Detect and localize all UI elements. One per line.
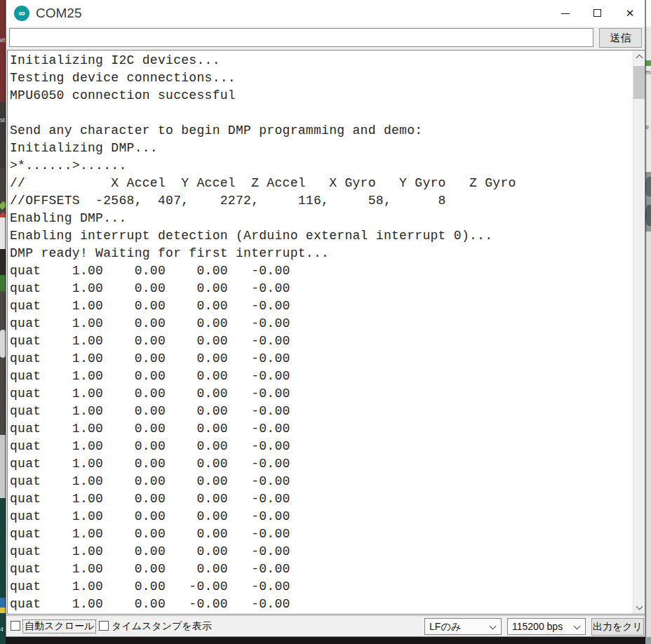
console-line: quat 1.00 0.00 0.00 -0.00 — [10, 350, 516, 368]
autoscroll-label: 自動スクロール — [23, 620, 95, 633]
close-icon: ✕ — [626, 7, 635, 19]
taskbar-strip — [6, 637, 645, 644]
background-segment — [0, 330, 6, 358]
console-line: Enabling DMP... — [10, 210, 516, 227]
vertical-scrollbar[interactable] — [633, 51, 645, 614]
window-title: COM25 — [36, 6, 81, 21]
console-line: //OFFSETS -2568, 407, 2272, 116, 58, 8 — [10, 192, 516, 210]
console-line: quat 1.00 0.00 0.00 -0.00 — [10, 315, 516, 333]
scrollbar-thumb[interactable] — [633, 66, 645, 99]
console-output: Initializing I2C devices...Testing devic… — [10, 52, 516, 613]
close-button[interactable]: ✕ — [614, 0, 646, 27]
console-line: quat 1.00 0.00 0.00 -0.00 — [10, 280, 516, 297]
console-line: Send any character to begin DMP programm… — [10, 122, 516, 140]
console-line: quat 1.00 0.00 0.00 -0.00 — [10, 508, 516, 525]
background-segment — [0, 291, 6, 435]
statusbar: 自動スクロール タイムスタンプを表示 LFのみ 115200 bps 出力をクリ… — [6, 615, 645, 636]
console-line: quat 1.00 0.00 0.00 -0.00 — [10, 262, 516, 280]
serial-console[interactable]: Initializing I2C devices...Testing devic… — [7, 50, 645, 615]
scroll-up-button[interactable] — [633, 51, 645, 62]
console-line: quat 1.00 0.00 0.00 -0.00 — [10, 561, 516, 578]
autoscroll-checkbox[interactable] — [11, 621, 20, 631]
background-segment — [645, 205, 651, 226]
send-button[interactable]: 送信 — [599, 28, 642, 48]
console-line: quat 1.00 0.00 0.00 -0.00 — [10, 438, 516, 455]
background-text-fragment: m — [645, 69, 651, 76]
background-segment — [0, 498, 6, 644]
timestamp-checkbox[interactable] — [99, 621, 109, 631]
chevron-down-icon — [636, 603, 643, 610]
background-text-fragment: 4 — [0, 626, 4, 633]
console-line: quat 1.00 0.00 0.00 -0.00 — [10, 333, 516, 350]
background-text-fragment: et — [0, 36, 6, 43]
scroll-down-button[interactable] — [633, 602, 645, 614]
background-window-left-sliver: et st a 4 — [0, 0, 6, 644]
clear-output-button[interactable]: 出力をクリア — [591, 618, 644, 636]
serial-monitor-window: ∞ COM25 ✕ 送信 Initializing I2C devices...… — [6, 0, 645, 637]
console-line: quat 1.00 0.00 -0.00 -0.00 — [10, 578, 516, 596]
background-segment — [0, 435, 6, 498]
console-line: quat 1.00 0.00 0.00 -0.00 — [10, 473, 516, 490]
maximize-icon — [593, 9, 601, 17]
console-line: quat 1.00 0.00 0.00 -0.00 — [10, 368, 516, 385]
background-icon — [645, 60, 651, 66]
serial-send-input[interactable] — [9, 28, 593, 47]
minimize-icon — [561, 13, 570, 14]
line-ending-value: LFのみ — [429, 621, 461, 632]
console-line: DMP ready! Waiting for first interrupt..… — [10, 245, 516, 262]
background-segment — [645, 0, 651, 27]
console-line: quat 1.00 0.00 -0.00 -0.00 — [10, 596, 516, 613]
console-line: quat 1.00 0.00 0.00 -0.00 — [10, 543, 516, 561]
chevron-down-icon — [490, 623, 497, 630]
background-icon — [0, 598, 6, 608]
console-line: // X Accel Y Accel Z Accel X Gyro Y Gyro… — [10, 175, 516, 192]
baud-rate-value: 115200 bps — [512, 621, 563, 632]
background-segment — [0, 102, 6, 168]
background-text-fragment: e — [645, 123, 649, 130]
background-segment — [645, 637, 651, 644]
console-line: MPU6050 connection successful — [10, 87, 516, 105]
background-segment — [645, 177, 651, 196]
background-window-right-sliver: m e — [645, 0, 651, 644]
background-text-fragment: st — [0, 116, 5, 123]
console-line: quat 1.00 0.00 0.00 -0.00 — [10, 297, 516, 315]
console-line: Initializing DMP... — [10, 140, 516, 157]
minimize-button[interactable] — [549, 0, 582, 27]
console-line: quat 1.00 0.00 0.00 -0.00 — [10, 490, 516, 508]
background-icon — [0, 608, 6, 613]
console-line — [10, 105, 516, 122]
line-ending-select[interactable]: LFのみ — [424, 618, 502, 635]
console-line: Enabling interrupt detection (Arduino ex… — [10, 227, 516, 245]
timestamp-label: タイムスタンプを表示 — [112, 620, 212, 633]
console-line: quat 1.00 0.00 0.00 -0.00 — [10, 525, 516, 543]
background-segment — [0, 0, 6, 102]
console-line: quat 1.00 0.00 0.00 -0.00 — [10, 385, 516, 403]
maximize-button[interactable] — [582, 0, 614, 27]
arduino-app-icon: ∞ — [14, 6, 29, 21]
console-line: quat 1.00 0.00 0.00 -0.00 — [10, 403, 516, 420]
console-line: Testing device connections... — [10, 69, 516, 87]
console-line: >*......>...... — [10, 157, 516, 175]
background-segment — [645, 232, 651, 637]
background-segment — [0, 217, 6, 249]
chevron-down-icon — [574, 623, 581, 630]
baud-rate-select[interactable]: 115200 bps — [507, 618, 586, 635]
console-line: Initializing I2C devices... — [10, 52, 516, 69]
console-line: quat 1.00 0.00 0.00 -0.00 — [10, 455, 516, 473]
console-line: quat 1.00 0.00 0.00 -0.00 — [10, 420, 516, 438]
chevron-up-icon — [636, 55, 643, 62]
titlebar[interactable]: ∞ COM25 ✕ — [6, 0, 645, 27]
